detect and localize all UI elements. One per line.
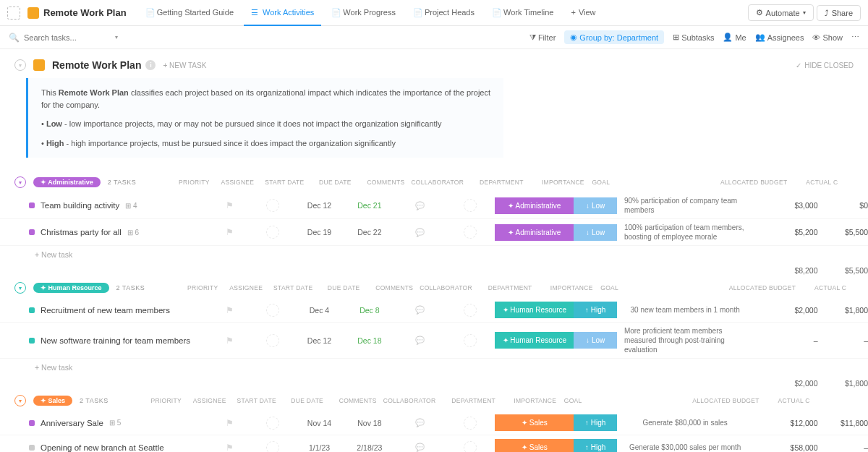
collaborator-icon[interactable]: [464, 334, 477, 347]
start-date[interactable]: Dec 12: [294, 336, 344, 345]
group-by-button[interactable]: ◉Group by: Department: [564, 30, 664, 44]
due-date[interactable]: Nov 18: [344, 419, 394, 427]
due-date[interactable]: 2/18/23: [344, 443, 394, 452]
start-date[interactable]: Dec 4: [294, 306, 344, 315]
importance-pill[interactable]: ↓Low: [574, 224, 616, 241]
comment-icon[interactable]: 💬: [415, 418, 425, 427]
add-view-button[interactable]: +View: [563, 0, 603, 26]
new-task-button[interactable]: + New task: [0, 359, 868, 376]
subtask-count[interactable]: ⊞ 6: [127, 229, 139, 236]
description-line-3: • High - high importance projects, must …: [41, 137, 490, 150]
due-date[interactable]: Dec 8: [344, 306, 394, 315]
app-logo[interactable]: [7, 7, 20, 20]
collaborator-icon[interactable]: [464, 441, 477, 453]
group-collapse-button[interactable]: ▾: [14, 176, 26, 188]
group-collapse-button[interactable]: ▾: [14, 395, 26, 406]
flag-icon[interactable]: ⚑: [226, 418, 234, 428]
tab-work-progress[interactable]: 📄Work Progress: [324, 0, 403, 26]
group-pill[interactable]: ✦ Sales: [33, 396, 72, 406]
assignee-icon[interactable]: [266, 199, 279, 212]
assignee-icon[interactable]: [266, 441, 279, 453]
collaborator-icon[interactable]: [464, 304, 477, 317]
group-collapse-button[interactable]: ▾: [14, 282, 26, 294]
comment-icon[interactable]: 💬: [415, 443, 425, 452]
department-pill[interactable]: ✦ Sales: [495, 439, 574, 452]
subtask-count[interactable]: ⊞ 4: [125, 202, 137, 210]
importance-pill[interactable]: ↓Low: [574, 197, 616, 214]
task-row[interactable]: Team building activity ⊞ 4 ⚑ Dec 12 Dec …: [0, 192, 868, 219]
group-pill[interactable]: ✦ Human Resource: [33, 283, 109, 293]
more-button[interactable]: ⋯: [851, 33, 859, 42]
search-input[interactable]: [24, 33, 111, 42]
allocated-budget: $12,000: [746, 419, 825, 427]
comment-icon[interactable]: 💬: [415, 336, 425, 345]
tab-project-heads[interactable]: 📄Project Heads: [406, 0, 482, 26]
start-date[interactable]: Nov 14: [294, 419, 344, 427]
status-square-icon: [29, 307, 35, 313]
tab-work-activities[interactable]: ☰Work Activities: [244, 0, 321, 26]
department-pill[interactable]: ✦ Human Resource: [495, 332, 574, 349]
share-button[interactable]: ⤴Share: [817, 5, 861, 21]
start-date[interactable]: Dec 19: [294, 228, 344, 236]
doc-icon: 📄: [331, 8, 340, 17]
importance-pill[interactable]: ↑High: [574, 439, 616, 452]
check-icon: ✓: [796, 61, 801, 69]
task-count: 2 TASKS: [116, 284, 145, 291]
assignee-icon[interactable]: [266, 304, 279, 317]
status-square-icon: [29, 229, 35, 235]
subtasks-button[interactable]: ⊞Subtasks: [673, 33, 714, 42]
due-date[interactable]: Dec 18: [344, 336, 394, 345]
start-date[interactable]: 1/1/23: [294, 443, 344, 452]
task-group: ▾ ✦ Administrative 2 TASKS PRIORITY ASSI…: [0, 172, 868, 278]
assignee-icon[interactable]: [266, 226, 279, 239]
assignee-icon[interactable]: [266, 417, 279, 430]
info-icon[interactable]: i: [145, 60, 156, 70]
tab-getting-started[interactable]: 📄Getting Started Guide: [138, 0, 241, 26]
collaborator-icon[interactable]: [464, 226, 477, 239]
group-pill[interactable]: ✦ Administrative: [33, 177, 101, 187]
task-row[interactable]: New software training for team members ⚑…: [0, 323, 868, 359]
task-row[interactable]: Opening of new branch at Seattle ⚑ 1/1/2…: [0, 435, 868, 452]
collaborator-icon[interactable]: [464, 199, 477, 212]
doc-icon: 📄: [145, 8, 154, 17]
start-date[interactable]: Dec 12: [294, 201, 344, 210]
me-button[interactable]: 👤Me: [723, 33, 746, 42]
due-date[interactable]: Dec 22: [344, 228, 394, 236]
department-pill[interactable]: ✦ Sales: [495, 414, 574, 431]
flag-icon[interactable]: ⚑: [226, 200, 234, 210]
new-task-header-button[interactable]: + NEW TASK: [163, 61, 206, 69]
due-date[interactable]: Dec 21: [344, 201, 394, 210]
importance-pill[interactable]: ↑High: [574, 414, 616, 431]
automate-button[interactable]: ⚙Automate▾: [748, 4, 814, 21]
collaborator-icon[interactable]: [464, 417, 477, 430]
department-pill[interactable]: ✦ Administrative: [495, 197, 574, 214]
task-row[interactable]: Recruitment of new team members ⚑ Dec 4 …: [0, 298, 868, 323]
tab-work-timeline[interactable]: 📄Work Timeline: [485, 0, 561, 26]
flag-icon[interactable]: ⚑: [226, 336, 234, 346]
group-icon: ◉: [570, 33, 577, 42]
comment-icon[interactable]: 💬: [415, 228, 425, 237]
hide-closed-button[interactable]: ✓HIDE CLOSED: [796, 61, 854, 69]
assignee-icon[interactable]: [266, 334, 279, 347]
flag-icon[interactable]: ⚑: [226, 443, 234, 453]
importance-pill[interactable]: ↓Low: [574, 332, 616, 349]
comment-icon[interactable]: 💬: [415, 201, 425, 210]
filter-button[interactable]: ⧩Filter: [529, 33, 556, 42]
space-title[interactable]: Remote Work Plan: [27, 7, 127, 19]
flag-icon[interactable]: ⚑: [226, 305, 234, 315]
task-row[interactable]: Anniversary Sale ⊞ 5 ⚑ Nov 14 Nov 18 💬 ✦…: [0, 411, 868, 435]
importance-pill[interactable]: ↑High: [574, 302, 616, 318]
people-icon: 👥: [755, 33, 765, 42]
comment-icon[interactable]: 💬: [415, 305, 425, 315]
flag-icon[interactable]: ⚑: [226, 227, 234, 237]
collapse-all-button[interactable]: ▾: [14, 59, 26, 71]
goal-text: 100% participation of team members, boos…: [617, 223, 746, 242]
show-button[interactable]: 👁Show: [812, 33, 843, 42]
new-task-button[interactable]: + New task: [0, 246, 868, 263]
assignees-button[interactable]: 👥Assignees: [755, 33, 804, 42]
chevron-down-icon[interactable]: ▾: [115, 34, 118, 40]
department-pill[interactable]: ✦ Administrative: [495, 224, 574, 241]
department-pill[interactable]: ✦ Human Resource: [495, 302, 574, 318]
task-row[interactable]: Christmas party for all ⊞ 6 ⚑ Dec 19 Dec…: [0, 219, 868, 246]
subtask-count[interactable]: ⊞ 5: [109, 419, 121, 427]
